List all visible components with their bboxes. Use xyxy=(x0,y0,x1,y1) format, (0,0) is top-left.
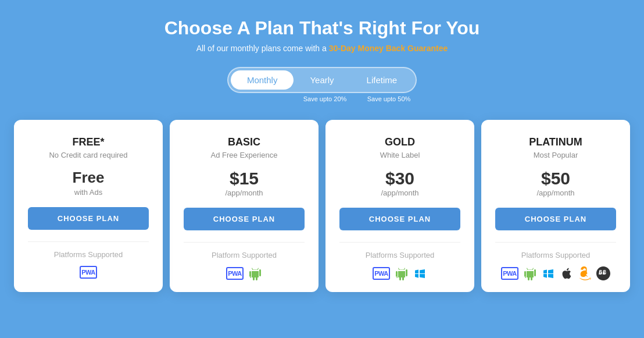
plan-price-unit-platinum: /app/month xyxy=(536,188,574,197)
save-lifetime: Save upto 50% xyxy=(357,95,421,102)
plan-desc-platinum: Most Popular xyxy=(534,151,578,159)
plan-card-free: FREE* No Credit card required Free with … xyxy=(14,120,163,292)
plan-name-basic: BASIC xyxy=(228,136,260,148)
plan-name-gold: GOLD xyxy=(385,136,415,148)
pwa-icon: PWA xyxy=(226,267,244,280)
choose-plan-btn-platinum[interactable]: CHOOSE PLAN xyxy=(495,208,616,230)
divider-free xyxy=(28,241,149,242)
pwa-icon: PWA xyxy=(80,266,97,279)
apple-icon xyxy=(560,267,573,280)
android-icon xyxy=(523,266,537,280)
plan-card-basic: BASIC Ad Free Experience $15 /app/month … xyxy=(170,120,319,292)
plan-desc-basic: Ad Free Experience xyxy=(211,151,278,159)
plan-desc-free: No Credit card required xyxy=(49,151,127,159)
page-title: Choose A Plan That's Right For You xyxy=(164,17,480,39)
choose-plan-btn-free[interactable]: CHOOSE PLAN xyxy=(28,207,149,230)
divider-platinum xyxy=(495,242,616,243)
platforms-label-basic: Platform Supported xyxy=(212,251,277,259)
platforms-icons-gold: PWA xyxy=(373,266,427,280)
plan-price-gold: $30 xyxy=(385,169,414,188)
billing-toggle: Monthly Yearly Lifetime Save upto 20% Sa… xyxy=(223,67,421,102)
platforms-label-free: Platforms Supported xyxy=(54,250,123,259)
toggle-yearly[interactable]: Yearly xyxy=(294,70,350,90)
plan-price-unit-gold: /app/month xyxy=(381,188,418,197)
divider-gold xyxy=(339,242,460,243)
divider-basic xyxy=(184,242,305,243)
money-back-guarantee: 30-Day Money Back Guarantee xyxy=(329,44,448,53)
subtitle-text: All of our monthly plans come with a xyxy=(196,44,329,53)
plan-name-free: FREE* xyxy=(72,136,104,148)
choose-plan-btn-basic[interactable]: CHOOSE PLAN xyxy=(184,208,305,230)
plan-price-platinum: $50 xyxy=(541,169,570,188)
platforms-icons-basic: PWA xyxy=(226,266,262,280)
plan-price-unit-basic: /app/month xyxy=(225,188,263,197)
toggle-buttons-group: Monthly Yearly Lifetime xyxy=(227,67,417,93)
platforms-icons-platinum: PWA xyxy=(501,266,610,280)
toggle-monthly[interactable]: Monthly xyxy=(231,70,294,90)
save-yearly: Save upto 20% xyxy=(293,95,357,102)
platforms-label-gold: Platforms Supported xyxy=(366,251,435,259)
android-icon xyxy=(395,266,409,280)
plan-desc-gold: White Label xyxy=(380,151,420,159)
plan-card-gold: GOLD White Label $30 /app/month CHOOSE P… xyxy=(325,120,474,292)
platforms-icons-free: PWA xyxy=(80,266,97,279)
android-icon xyxy=(248,266,262,280)
toggle-save-labels: Save upto 20% Save upto 50% xyxy=(223,95,421,102)
plan-card-platinum: PLATINUM Most Popular $50 /app/month CHO… xyxy=(481,120,630,292)
plan-price-free: Free xyxy=(73,169,105,187)
windows-icon xyxy=(542,266,556,280)
pwa-icon: PWA xyxy=(373,267,390,280)
pwa-icon: PWA xyxy=(501,267,518,280)
plans-container: FREE* No Credit card required Free with … xyxy=(14,120,630,292)
plan-price-sub-free: with Ads xyxy=(74,188,102,197)
plan-price-basic: $15 xyxy=(230,169,259,188)
platforms-label-platinum: Platforms Supported xyxy=(521,251,591,259)
amazon-icon xyxy=(578,266,592,280)
blackberry-icon xyxy=(596,266,610,280)
subtitle: All of our monthly plans come with a 30-… xyxy=(196,44,448,53)
toggle-lifetime[interactable]: Lifetime xyxy=(350,70,414,90)
choose-plan-btn-gold[interactable]: CHOOSE PLAN xyxy=(339,208,460,230)
plan-name-platinum: PLATINUM xyxy=(529,136,582,148)
windows-icon xyxy=(413,266,427,280)
